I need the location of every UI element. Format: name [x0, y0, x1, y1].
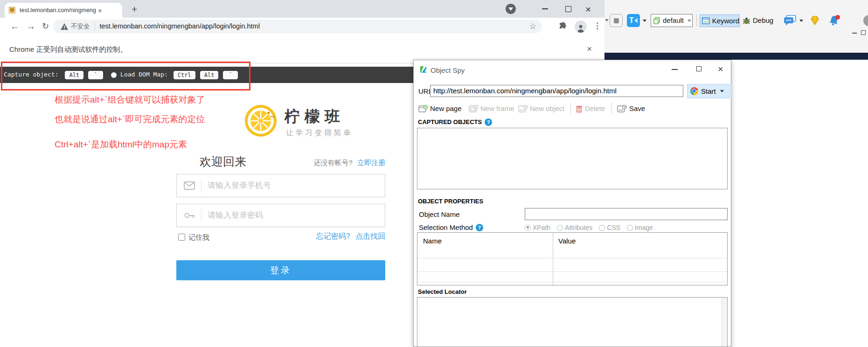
- url-value: http://test.lemonban.com/ningmengban/app…: [433, 87, 617, 95]
- url-input[interactable]: http://test.lemonban.com/ningmengban/app…: [430, 85, 683, 97]
- selection-method-help-icon[interactable]: ?: [476, 224, 483, 231]
- chat-button[interactable]: [784, 15, 796, 28]
- avatar-person-glyph: [577, 24, 584, 33]
- profile-avatar-icon[interactable]: [575, 21, 587, 33]
- delete-label: Delete: [585, 104, 605, 112]
- tool-maximize-icon[interactable]: [861, 30, 866, 35]
- new-frame-button[interactable]: New frame: [469, 103, 514, 115]
- save-button[interactable]: Save: [617, 103, 645, 115]
- omnibox-divider: [95, 22, 95, 30]
- annotation-rectangle: [1, 62, 250, 90]
- bookmark-star-icon[interactable]: ☆: [529, 22, 536, 31]
- recorder-app-icon[interactable]: T: [627, 14, 640, 27]
- password-input[interactable]: 请输入登录密码: [176, 204, 385, 227]
- radio-attributes[interactable]: [557, 225, 563, 231]
- register-link[interactable]: 立即注册: [357, 159, 385, 167]
- browser-minimize-icon[interactable]: [542, 8, 548, 9]
- annotation-line2: 也就是说通过alt+`即可完成元素的定位: [55, 114, 205, 125]
- browser-menu-kebab-icon[interactable]: ⋮: [593, 21, 601, 31]
- infobar-close-icon[interactable]: ×: [587, 44, 592, 53]
- retrieve-link[interactable]: 点击找回: [355, 232, 385, 240]
- profile-dropdown[interactable]: default: [651, 14, 693, 27]
- tool-window-header-band: [602, 53, 868, 60]
- extensions-puzzle-icon[interactable]: [559, 22, 567, 30]
- object-name-input[interactable]: [525, 208, 728, 220]
- dialog-close-icon[interactable]: ×: [718, 64, 723, 74]
- bell-icon: [828, 14, 840, 27]
- radio-xpath[interactable]: [525, 225, 531, 231]
- captured-objects-help-icon[interactable]: ?: [485, 118, 492, 126]
- captured-objects-header: CAPTURED OBJECTS ?: [418, 118, 492, 126]
- debug-button[interactable]: Debug: [743, 14, 773, 27]
- new-frame-icon: [469, 105, 479, 113]
- keyword-label: Keyword: [712, 17, 739, 25]
- forgot-password-link[interactable]: 忘记密码?: [316, 232, 350, 240]
- not-secure-warning-icon: [61, 23, 68, 30]
- login-button[interactable]: 登录: [176, 260, 385, 280]
- forward-icon[interactable]: →: [26, 21, 35, 32]
- account-button[interactable]: [863, 15, 868, 26]
- object-properties-label: OBJECT PROPERTIES: [418, 198, 483, 205]
- infobar-text: Chrome 正受到自动测试软件的控制。: [9, 45, 127, 53]
- start-button[interactable]: Start: [687, 84, 731, 98]
- profile-dropdown-icon: [687, 20, 691, 22]
- chevron-down-icon[interactable]: [605, 19, 609, 21]
- radio-image[interactable]: [627, 225, 633, 231]
- input-divider: [201, 179, 201, 192]
- new-page-icon: [418, 105, 428, 113]
- selection-method-header: Selection Method ?: [419, 223, 483, 231]
- gem-button[interactable]: [809, 15, 821, 28]
- key-icon: [184, 211, 195, 220]
- site-favicon: [8, 7, 16, 14]
- save-label: Save: [629, 104, 645, 112]
- browser-maximize-icon[interactable]: [565, 6, 571, 12]
- radio-css[interactable]: [599, 225, 605, 231]
- table-header-name: Name: [423, 237, 442, 245]
- new-object-button[interactable]: New object: [518, 103, 564, 115]
- locator-scrollbar[interactable]: [722, 298, 727, 347]
- new-page-label: New page: [430, 104, 462, 112]
- back-icon[interactable]: ←: [10, 21, 20, 32]
- tab-close-icon[interactable]: ×: [98, 7, 102, 14]
- dialog-minimize-icon[interactable]: [672, 69, 678, 70]
- properties-table[interactable]: Name Value: [417, 232, 728, 285]
- recorder-dropdown-icon[interactable]: [643, 20, 646, 22]
- save-icon: [617, 105, 627, 113]
- password-placeholder: 请输入登录密码: [208, 211, 263, 220]
- annotation-line1: 根据提示alt+`组合键就可以捕获对象了: [55, 95, 205, 105]
- radio-attributes-label: Attributes: [565, 224, 592, 231]
- radio-dot: [527, 226, 529, 229]
- new-page-button[interactable]: New page: [418, 103, 462, 115]
- tool-minimize-icon[interactable]: [852, 33, 857, 34]
- download-bubble-icon[interactable]: [506, 4, 516, 14]
- keyword-icon: </>: [702, 17, 710, 24]
- table-column-divider: [553, 233, 553, 285]
- keyword-button[interactable]: </> Keyword: [700, 14, 740, 27]
- delete-button[interactable]: Delete: [576, 103, 605, 115]
- dialog-toolbar-separator: [611, 103, 612, 114]
- svg-text:</>: </>: [703, 20, 710, 24]
- radio-xpath-label: XPath: [533, 224, 550, 231]
- captured-objects-panel[interactable]: [417, 128, 728, 189]
- radio-css-label: CSS: [607, 224, 620, 231]
- table-row-divider: [417, 258, 727, 258]
- trash-icon: [576, 105, 583, 113]
- lemon-logo-icon: [244, 104, 277, 137]
- stop-square-icon: [614, 18, 619, 23]
- dialog-maximize-icon[interactable]: [696, 66, 701, 71]
- address-bar[interactable]: 不安全 test.lemonban.com/ningmengban/app/lo…: [53, 20, 542, 33]
- new-tab-icon[interactable]: +: [132, 4, 137, 15]
- toolbar-separator: [696, 15, 697, 26]
- reload-icon[interactable]: ↻: [42, 21, 49, 31]
- annotation-line3: Ctrl+alt+`是加载html中的map元素: [55, 139, 187, 150]
- notifications-button[interactable]: [828, 14, 840, 28]
- phone-input[interactable]: 请输入登录手机号: [176, 174, 385, 197]
- stop-button[interactable]: [610, 14, 623, 27]
- browser-tab[interactable]: test.lemonban.com/ningmeng ×: [5, 3, 122, 18]
- dialog-title: Object Spy: [431, 66, 465, 74]
- chat-dropdown-icon[interactable]: [799, 20, 803, 22]
- browser-close-icon[interactable]: ×: [585, 4, 591, 14]
- screen: T default </> Keyword Debug: [0, 0, 868, 347]
- tab-title: test.lemonban.com/ningmeng: [20, 7, 98, 14]
- selected-locator-textarea[interactable]: [417, 297, 728, 347]
